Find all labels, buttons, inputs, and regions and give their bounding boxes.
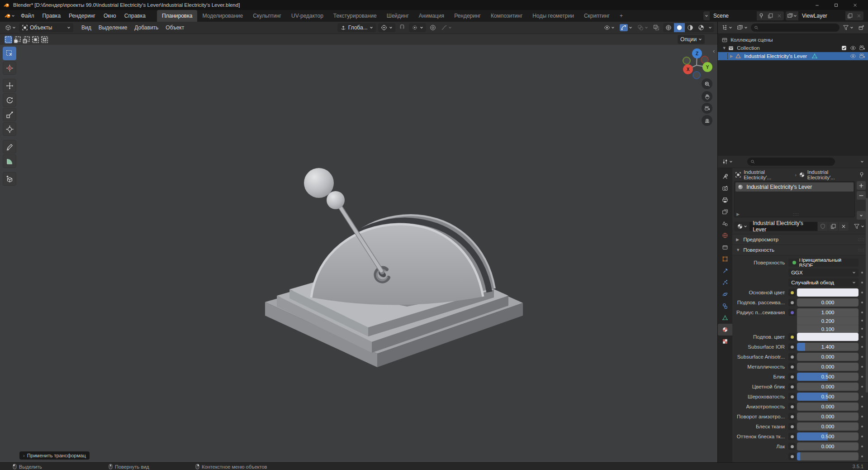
material-slot-list[interactable]: Industrial Electricity's Lever ▶ :::: <box>734 181 855 217</box>
material-name-field[interactable]: Industrial Electricity's Lever <box>749 222 817 231</box>
keyframe-decorator[interactable] <box>859 346 866 348</box>
select-mode-extend[interactable] <box>14 36 21 43</box>
properties-tab-output[interactable] <box>718 194 732 206</box>
keyframe-decorator[interactable] <box>859 446 866 448</box>
sidebar-collapse-arrow[interactable]: ‹ <box>713 48 715 54</box>
workspace-tab-Скульптинг[interactable]: Скульптинг <box>248 10 286 22</box>
breadcrumb-material[interactable]: Industrial Electricity'... <box>807 169 856 180</box>
properties-tab-particles[interactable] <box>718 277 732 288</box>
value-slider[interactable]: 0.000 <box>797 403 859 411</box>
value-slider[interactable]: 0.100 <box>797 325 859 333</box>
tool-scale[interactable] <box>3 108 16 121</box>
enum-dropdown[interactable]: GGX <box>788 269 859 277</box>
properties-search-input[interactable] <box>747 158 835 166</box>
remove-slot-button[interactable] <box>857 191 866 200</box>
new-collection-button[interactable] <box>857 24 866 31</box>
properties-tab-object-data[interactable] <box>718 312 732 324</box>
gizmo-axis-neg-z[interactable] <box>693 72 700 79</box>
outliner-row-scene-collection[interactable]: Коллекция сцены <box>718 36 868 44</box>
scene-name[interactable]: Scene <box>710 11 757 20</box>
snap-toggle-button[interactable] <box>398 24 407 31</box>
expander-right-icon[interactable]: ▶ <box>736 212 740 216</box>
properties-tab-object[interactable] <box>718 253 732 265</box>
tool-rotate[interactable] <box>3 93 16 107</box>
properties-tab-collection[interactable] <box>718 241 732 253</box>
shading-solid-button[interactable] <box>674 23 685 32</box>
viewport-menu-Вид[interactable]: Вид <box>78 23 95 32</box>
value-slider[interactable]: 0.000 <box>797 298 859 307</box>
workspace-tab-Ноды геометрии[interactable]: Ноды геометрии <box>527 10 579 22</box>
value-slider[interactable]: 0.000 <box>797 442 859 451</box>
keyframe-decorator[interactable] <box>859 320 866 322</box>
properties-tab-tool[interactable] <box>718 171 732 182</box>
keyframe-decorator[interactable] <box>859 436 866 438</box>
properties-options-dropdown[interactable] <box>859 159 865 164</box>
viewlayer-name[interactable]: ViewLayer <box>798 11 845 20</box>
material-slot-item[interactable]: Industrial Electricity's Lever <box>735 182 854 192</box>
shading-rendered-button[interactable] <box>696 23 707 32</box>
workspace-tab-Композитинг[interactable]: Композитинг <box>486 10 527 22</box>
add-slot-button[interactable] <box>857 181 866 190</box>
material-specials-dropdown[interactable] <box>852 223 866 230</box>
select-mode-invert[interactable] <box>32 36 39 43</box>
expander-down-icon[interactable]: ▼ <box>721 46 727 50</box>
editor-type-button[interactable] <box>4 24 17 31</box>
viewport-menu-Объект[interactable]: Объект <box>162 23 188 32</box>
menu-Рендеринг[interactable]: Рендеринг <box>65 11 100 20</box>
menu-Справка[interactable]: Справка <box>120 11 150 20</box>
tool-cursor[interactable] <box>3 61 16 75</box>
gizmos-dropdown[interactable] <box>618 24 634 32</box>
workspace-tab-UV-редактор[interactable]: UV-редактор <box>286 10 328 22</box>
tool-annotate[interactable] <box>3 140 16 153</box>
keyframe-decorator[interactable] <box>859 336 866 338</box>
perspective-toggle-button[interactable] <box>702 115 712 126</box>
snap-settings-dropdown[interactable] <box>409 23 426 32</box>
keyframe-decorator[interactable] <box>859 356 866 358</box>
properties-editor-type-button[interactable] <box>721 158 734 165</box>
viewport-canvas[interactable]: Z X Y ‹ › Применить трансформац <box>0 45 717 462</box>
properties-tab-view-layer[interactable] <box>718 206 732 218</box>
keyframe-decorator[interactable] <box>859 396 866 398</box>
camera-view-button[interactable] <box>702 103 712 114</box>
workspace-tab-Шейдинг[interactable]: Шейдинг <box>382 10 414 22</box>
transform-orientation-dropdown[interactable]: Глоба... <box>337 23 376 32</box>
value-slider[interactable]: 0.000 <box>797 363 859 371</box>
value-slider[interactable]: 0.500 <box>797 373 859 381</box>
gizmo-axis-x[interactable]: X <box>683 64 693 74</box>
fake-user-button[interactable] <box>817 222 828 231</box>
panel-preview-header[interactable]: ▶ Предпросмотр :::: <box>732 234 868 245</box>
properties-tab-constraints[interactable] <box>718 300 732 312</box>
scrollbar[interactable] <box>866 198 868 393</box>
select-mode-set[interactable] <box>5 36 12 43</box>
menu-Правка[interactable]: Правка <box>38 11 65 20</box>
value-slider[interactable]: 0.200 <box>797 317 859 325</box>
shading-wireframe-button[interactable] <box>663 23 674 32</box>
viewlayer-browse-button[interactable] <box>786 11 798 20</box>
workspace-tab-Рендеринг[interactable]: Рендеринг <box>449 10 486 22</box>
tool-add-cube[interactable] <box>3 172 16 186</box>
copy-viewlayer-button[interactable] <box>845 11 854 20</box>
gizmo-toggle[interactable] <box>620 24 628 31</box>
unlink-material-button[interactable] <box>838 222 849 231</box>
pivot-point-dropdown[interactable] <box>378 23 395 32</box>
shading-material-button[interactable] <box>685 23 696 32</box>
properties-tab-world[interactable] <box>718 230 732 241</box>
select-mode-intersect[interactable] <box>41 36 48 43</box>
keyframe-decorator[interactable] <box>859 366 866 368</box>
pan-view-button[interactable] <box>702 91 712 102</box>
select-mode-subtract[interactable] <box>23 36 30 43</box>
value-slider[interactable]: 0.000 <box>797 383 859 391</box>
keyframe-decorator[interactable] <box>859 386 866 388</box>
copy-material-button[interactable] <box>828 222 838 231</box>
value-slider[interactable]: 0.000 <box>797 412 859 421</box>
keyframe-decorator[interactable] <box>859 292 866 294</box>
value-slider[interactable]: 0.500 <box>797 432 859 441</box>
value-slider[interactable]: 1.400 <box>797 343 859 351</box>
value-slider[interactable]: 0.000 <box>797 422 859 431</box>
properties-tab-modifiers[interactable] <box>718 265 732 277</box>
camera-render-icon[interactable] <box>859 45 865 51</box>
outliner-search-input[interactable] <box>751 24 840 32</box>
close-button[interactable] <box>845 0 864 10</box>
menu-Окно[interactable]: Окно <box>100 11 120 20</box>
eye-icon[interactable] <box>850 53 856 59</box>
